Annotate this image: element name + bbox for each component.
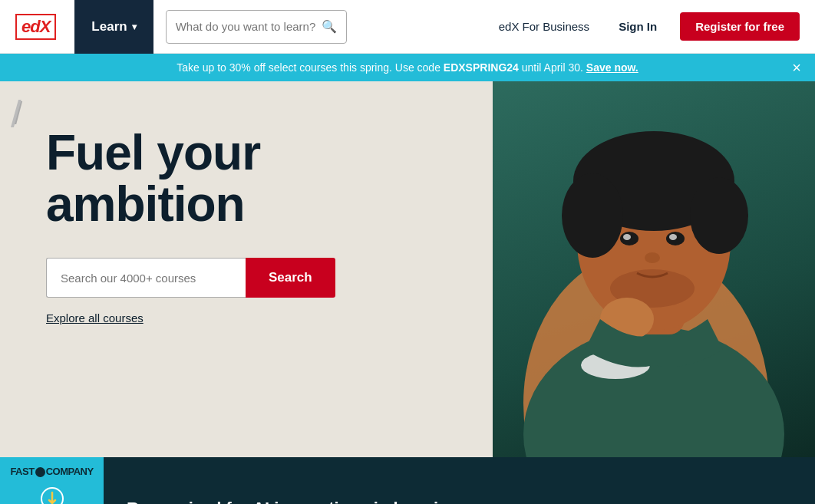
hero-search-bar: Search: [46, 258, 335, 298]
save-now-link[interactable]: Save now.: [586, 61, 638, 74]
promo-text-before: Take up to 30% off select courses this s…: [177, 61, 444, 74]
promo-text-after: until April 30.: [519, 61, 586, 74]
logo-text: edX: [15, 14, 56, 40]
recognition-text: Recognized for AI innovations in learnin…: [104, 499, 482, 504]
fast-logo-fast: FAST: [10, 466, 34, 477]
chevron-down-icon: ▾: [132, 21, 137, 32]
promo-text: Take up to 30% off select courses this s…: [177, 61, 638, 74]
logo: edX: [15, 14, 56, 40]
promo-code: EDXSPRING24: [444, 61, 519, 74]
nav-search-bar: 🔍: [166, 10, 347, 44]
fast-company-badge: FASTCOMPANY Most Innovative Companies 20…: [0, 457, 104, 504]
bottom-bar: FASTCOMPANY Most Innovative Companies 20…: [0, 457, 815, 504]
learn-label: Learn: [91, 19, 127, 35]
svg-point-9: [623, 234, 631, 240]
business-link[interactable]: edX For Business: [493, 20, 596, 33]
promo-banner: Take up to 30% off select courses this s…: [0, 54, 815, 81]
sign-in-button[interactable]: Sign In: [608, 20, 668, 33]
register-button[interactable]: Register for free: [680, 12, 800, 41]
svg-point-10: [669, 234, 677, 240]
fast-company-circle-icon: [35, 467, 45, 477]
learn-button[interactable]: Learn ▾: [74, 0, 153, 54]
banner-close-button[interactable]: ×: [792, 59, 801, 77]
person-svg: [493, 81, 815, 457]
hero-background-teal: [493, 81, 815, 457]
svg-point-11: [645, 252, 660, 263]
fast-logo-company: COMPANY: [46, 466, 94, 477]
hero-title-line1: Fuel your: [46, 125, 260, 180]
hero-section: / Fuel your ambition Search Explore all …: [0, 81, 815, 457]
hero-content: Fuel your ambition Search Explore all co…: [0, 81, 381, 457]
svg-point-6: [690, 177, 748, 254]
bulb-icon: [37, 485, 68, 504]
hero-title-line2: ambition: [46, 176, 245, 232]
fast-company-logo: FASTCOMPANY: [10, 466, 93, 477]
navbar: edX Learn ▾ 🔍 edX For Business Sign In R…: [0, 0, 815, 54]
hero-title: Fuel your ambition: [46, 127, 335, 230]
hero-search-button[interactable]: Search: [246, 258, 335, 298]
search-icon: 🔍: [322, 19, 337, 34]
hero-person-image: [493, 81, 815, 457]
explore-all-courses-link[interactable]: Explore all courses: [46, 311, 335, 324]
hero-search-input[interactable]: [46, 258, 246, 298]
nav-search-input[interactable]: [176, 20, 322, 33]
svg-point-5: [562, 173, 623, 258]
